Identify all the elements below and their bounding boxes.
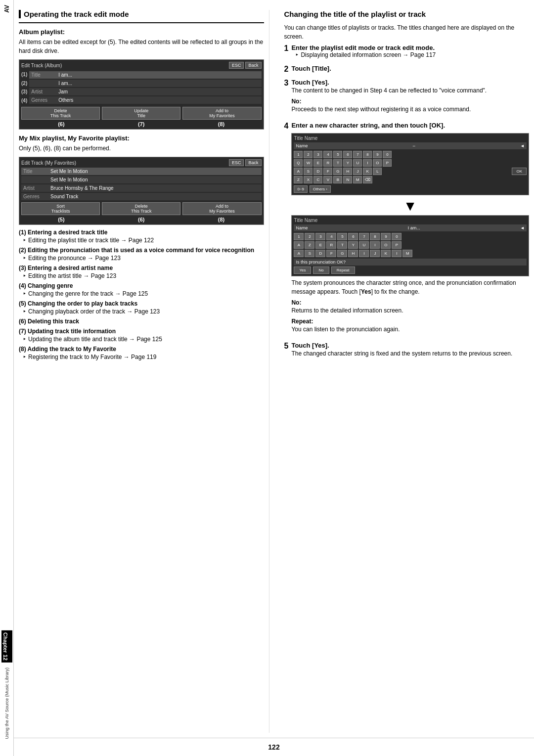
kb2-key-k[interactable]: K (381, 250, 391, 257)
kb1-key-2[interactable]: 2 (304, 151, 312, 158)
sort-tracklists-btn[interactable]: SortTracklists (21, 202, 100, 215)
track-row-2: I am... (29, 80, 261, 87)
kb2-key-t[interactable]: T (337, 241, 347, 249)
kb2-key-a2[interactable]: A (294, 250, 304, 257)
kb1-key-q[interactable]: Q (294, 159, 303, 167)
kb1-key-4[interactable]: 4 (323, 151, 332, 158)
kb2-key-i3[interactable]: I (392, 250, 401, 257)
kb2-key-i2[interactable]: I (359, 250, 369, 257)
kb1-key-x[interactable]: X (304, 176, 312, 183)
kb2-key-5[interactable]: 5 (337, 233, 347, 240)
back-btn-1[interactable]: Back (245, 62, 261, 69)
kb1-key-5[interactable]: 5 (333, 151, 342, 158)
kb2-key-4[interactable]: 4 (326, 233, 336, 240)
kb1-key-h[interactable]: H (343, 168, 352, 175)
kb2-header: Title Name (294, 218, 527, 223)
add-favorites-btn-1[interactable]: Add toMy Favorites (182, 107, 261, 120)
kb2-no-btn[interactable]: No (313, 267, 329, 274)
kb1-key-u[interactable]: U (353, 159, 362, 167)
kb1-key-del[interactable]: ⌫ (363, 176, 372, 183)
keyboard-1: Title Name Name – ◄ 1 2 (291, 133, 529, 195)
kb1-key-r[interactable]: R (323, 159, 332, 167)
kb1-key-n[interactable]: N (343, 176, 352, 183)
add-favorites-btn-2[interactable]: Add toMy Favorites (182, 202, 261, 215)
right-column: Changing the title of the playlist or tr… (279, 10, 530, 733)
kb1-key-0[interactable]: 0 (383, 151, 392, 158)
update-title-btn[interactable]: UpdateTitle (102, 107, 180, 120)
kb2-key-s[interactable]: S (305, 250, 314, 257)
kb2-key-u[interactable]: U (359, 241, 369, 249)
kb1-key-w[interactable]: W (304, 159, 312, 167)
kb2-key-h[interactable]: H (348, 250, 358, 257)
kb2-key-f[interactable]: F (326, 250, 336, 257)
kb1-key-d[interactable]: D (313, 168, 322, 175)
kb1-key-l[interactable]: L (373, 168, 382, 175)
back-btn-2[interactable]: Back (245, 159, 261, 166)
kb2-key-p[interactable]: P (392, 241, 401, 249)
kb2-key-0[interactable]: 0 (392, 233, 401, 240)
kb1-key-g[interactable]: G (333, 168, 342, 175)
kb2-key-m[interactable]: M (402, 250, 412, 257)
bottom-btns-2: SortTracklists DeleteThis Track Add toMy… (21, 202, 262, 215)
kb1-key-k[interactable]: K (363, 168, 372, 175)
kb1-key-9[interactable]: 9 (373, 151, 382, 158)
kb2-key-6[interactable]: 6 (348, 233, 358, 240)
kb1-others-btn[interactable]: Others › (310, 185, 331, 193)
kb1-key-6[interactable]: 6 (343, 151, 352, 158)
kb1-key-1[interactable]: 1 (294, 151, 303, 158)
kb1-key-m[interactable]: M (353, 176, 362, 183)
kb2-repeat-btn[interactable]: Repeat (331, 267, 355, 274)
esc-btn-2[interactable]: ESC (229, 159, 244, 166)
kb1-key-7[interactable]: 7 (353, 151, 362, 158)
kb1-key-p[interactable]: P (383, 159, 392, 167)
kb1-key-s[interactable]: S (304, 168, 312, 175)
kb1-key-e[interactable]: E (313, 159, 322, 167)
item-5: (5) Changing the order to play back trac… (19, 300, 264, 315)
kb2-key-7[interactable]: 7 (359, 233, 369, 240)
kb1-key-f[interactable]: F (323, 168, 332, 175)
kb1-09-btn[interactable]: 0~9 (294, 185, 308, 193)
delete-track-btn-1[interactable]: DeleteThis Track (21, 107, 100, 120)
kb2-key-z[interactable]: Z (305, 241, 314, 249)
step-4: 4 Enter a new character string, and then… (284, 122, 530, 337)
kb2-key-y[interactable]: Y (348, 241, 358, 249)
kb1-key-j[interactable]: J (353, 168, 362, 175)
kb1-key-o[interactable]: O (373, 159, 382, 167)
kb2-key-j[interactable]: J (370, 250, 380, 257)
kb2-key-2[interactable]: 2 (305, 233, 314, 240)
kb2-key-g[interactable]: G (337, 250, 347, 257)
kb2-key-3[interactable]: 3 (315, 233, 325, 240)
kb2-key-1[interactable]: 1 (294, 233, 304, 240)
kb1-row-2: Q W E R T Y U I O P (294, 159, 527, 167)
kb1-key-b[interactable]: B (333, 176, 342, 183)
item-8: (8) Adding the track to My Favorite ‣ Re… (19, 346, 264, 360)
item-2-link: Editing the pronounce → Page 123 (28, 255, 121, 262)
kb2-key-d[interactable]: D (315, 250, 325, 257)
kb2-key-r[interactable]: R (326, 241, 336, 249)
kb1-key-3[interactable]: 3 (313, 151, 322, 158)
kb2-key-9[interactable]: 9 (381, 233, 391, 240)
kb1-key-t[interactable]: T (333, 159, 342, 167)
kb2-key-i[interactable]: I (370, 241, 380, 249)
kb2-key-8[interactable]: 8 (370, 233, 380, 240)
step-3-title: Touch [Yes]. (291, 79, 529, 86)
esc-btn-1[interactable]: ESC (229, 62, 244, 69)
kb1-key-a[interactable]: A (294, 168, 303, 175)
kb1-key-z[interactable]: Z (294, 176, 303, 183)
kb2-yes-btn[interactable]: Yes (294, 267, 311, 274)
kb2-key-e[interactable]: E (315, 241, 325, 249)
step-4-title: Enter a new character string, and then t… (291, 122, 529, 129)
kb1-key-v[interactable]: V (323, 176, 332, 183)
kb2-key-a[interactable]: A (294, 241, 304, 249)
kb1-key-c[interactable]: C (313, 176, 322, 183)
kb2-backspace[interactable]: ◄ (520, 225, 525, 230)
item-5-link: Changing playback order of the track → P… (28, 308, 160, 315)
kb1-key-i[interactable]: I (363, 159, 372, 167)
kb1-key-y[interactable]: Y (343, 159, 352, 167)
step-3-no-text: Proceeds to the next step without regist… (291, 105, 529, 114)
kb1-ok-btn[interactable]: OK (512, 168, 527, 175)
kb1-backspace[interactable]: ◄ (520, 143, 525, 148)
delete-track-btn-2[interactable]: DeleteThis Track (102, 202, 180, 215)
kb2-key-o[interactable]: O (381, 241, 391, 249)
kb1-key-8[interactable]: 8 (363, 151, 372, 158)
